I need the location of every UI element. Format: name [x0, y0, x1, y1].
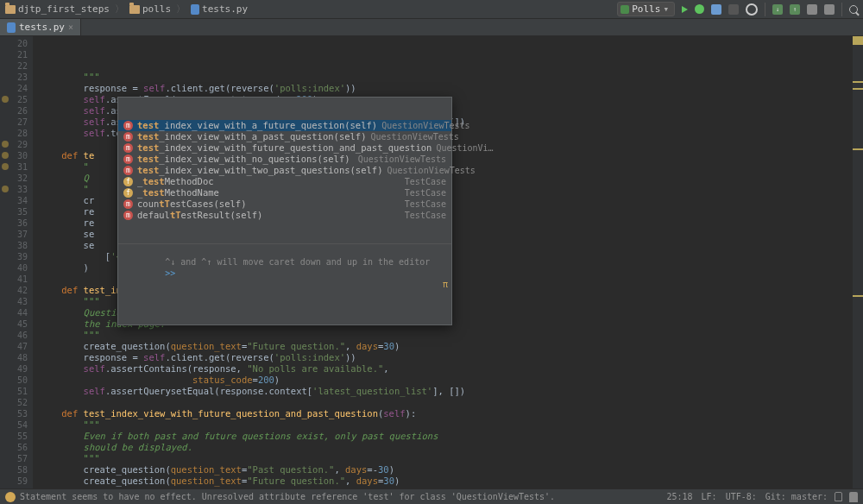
vcs-commit-button[interactable]: ↑: [790, 4, 800, 15]
close-icon[interactable]: ×: [68, 22, 73, 32]
autocomplete-item[interactable]: mtest_index_view_with_no_questions(self)…: [118, 154, 451, 165]
line-number[interactable]: 47: [0, 341, 28, 352]
line-number[interactable]: 55: [0, 431, 28, 442]
hector-icon[interactable]: [849, 492, 858, 502]
vcs-update-button[interactable]: ↓: [772, 4, 783, 15]
git-branch[interactable]: Git: master:: [765, 492, 828, 501]
inspection-indicator[interactable]: [853, 36, 863, 43]
code-line[interactable]: """: [40, 330, 853, 341]
vcs-revert-button[interactable]: [824, 4, 835, 15]
code-line[interactable]: """: [40, 453, 853, 464]
autocomplete-item[interactable]: mtest_index_view_with_a_past_question(se…: [118, 131, 451, 142]
code-line[interactable]: Even if both past and future questions e…: [40, 431, 853, 442]
line-number[interactable]: 37: [0, 229, 28, 240]
line-number[interactable]: 38: [0, 240, 28, 251]
autocomplete-item[interactable]: mtest_index_view_with_two_past_questions…: [118, 165, 451, 176]
line-number[interactable]: 56: [0, 442, 28, 453]
autocomplete-item[interactable]: f_testMethodDocTestCase: [118, 176, 451, 187]
line-number[interactable]: 59: [0, 476, 28, 487]
bulb-icon[interactable]: [5, 492, 16, 502]
line-number[interactable]: 49: [0, 363, 28, 375]
line-number[interactable]: 34: [0, 195, 28, 206]
lock-icon[interactable]: [835, 492, 842, 501]
line-number[interactable]: 32: [0, 173, 28, 184]
gutter[interactable]: 2021222324252627282930313233343536373839…: [0, 36, 33, 488]
code-line[interactable]: create_question(question_text="Future qu…: [40, 476, 853, 487]
line-number[interactable]: 21: [0, 49, 28, 60]
code-line[interactable]: should be displayed.: [40, 442, 853, 453]
compass-icon[interactable]: [746, 3, 758, 16]
line-number[interactable]: 22: [0, 60, 28, 72]
line-number[interactable]: 35: [0, 206, 28, 217]
code-line[interactable]: response = self.client.get(reverse('poll…: [40, 83, 853, 94]
code-line[interactable]: [40, 397, 853, 408]
file-encoding[interactable]: UTF-8:: [726, 492, 757, 501]
line-number[interactable]: 50: [0, 375, 28, 386]
line-number[interactable]: 52: [0, 397, 28, 408]
gutter-mark[interactable]: [2, 141, 9, 148]
line-number[interactable]: 53: [0, 408, 28, 419]
line-number[interactable]: 28: [0, 128, 28, 139]
breadcrumb-folder[interactable]: polls: [129, 3, 171, 15]
line-number[interactable]: 45: [0, 318, 28, 330]
line-number[interactable]: 20: [0, 38, 28, 49]
breadcrumb-root[interactable]: djtp_first_steps: [5, 3, 110, 15]
autocomplete-item[interactable]: f_testMethodNameTestCase: [118, 187, 451, 198]
code-line[interactable]: self.assertQuerysetEqual(response.contex…: [40, 386, 853, 397]
search-button[interactable]: [849, 5, 858, 14]
line-number[interactable]: 36: [0, 217, 28, 229]
autocomplete-item[interactable]: mtest_index_view_with_a_future_question(…: [118, 120, 451, 131]
autocomplete-item[interactable]: mtest_index_view_with_future_question_an…: [118, 142, 451, 154]
line-number[interactable]: 27: [0, 117, 28, 128]
breadcrumb-file[interactable]: tests.py: [191, 3, 248, 15]
line-number[interactable]: 26: [0, 105, 28, 117]
code-line[interactable]: def test_index_view_with_future_question…: [40, 408, 853, 419]
tab-tests-py[interactable]: tests.py ×: [0, 19, 81, 35]
line-number[interactable]: 23: [0, 72, 28, 83]
stop-button[interactable]: [728, 4, 739, 15]
code-area[interactable]: """ response = self.client.get(reverse('…: [33, 36, 853, 488]
coverage-button[interactable]: [711, 4, 721, 15]
autocomplete-item[interactable]: mcountTestCases(self)TestCase: [118, 198, 451, 210]
gutter-mark[interactable]: [2, 186, 9, 192]
line-number[interactable]: 41: [0, 274, 28, 285]
error-stripe[interactable]: [853, 36, 863, 488]
line-number[interactable]: 43: [0, 296, 28, 307]
line-number[interactable]: 46: [0, 330, 28, 341]
hint-link[interactable]: >>: [165, 268, 175, 278]
line-number[interactable]: 24: [0, 83, 28, 94]
debug-button[interactable]: [695, 4, 704, 14]
run-button[interactable]: [682, 6, 688, 13]
caret-position[interactable]: 25:18: [666, 492, 692, 501]
gutter-mark[interactable]: [2, 96, 9, 103]
code-line[interactable]: status_code=200): [40, 375, 853, 386]
error-stripe-mark[interactable]: [853, 295, 863, 297]
code-line[interactable]: """: [40, 72, 853, 83]
error-stripe-mark[interactable]: [853, 88, 863, 90]
line-number[interactable]: 42: [0, 285, 28, 296]
line-number[interactable]: 57: [0, 453, 28, 464]
run-config-selector[interactable]: Polls ▾: [617, 2, 675, 16]
gutter-mark[interactable]: [2, 152, 9, 159]
breadcrumb-separator: 〉: [115, 3, 124, 16]
autocomplete-item[interactable]: mdefaultTestResult(self)TestCase: [118, 210, 451, 221]
line-number[interactable]: 44: [0, 307, 28, 318]
line-separator[interactable]: LF:: [702, 492, 717, 501]
code-line[interactable]: create_question(question_text="Past ques…: [40, 464, 853, 476]
error-stripe-mark[interactable]: [853, 43, 863, 45]
vcs-history-button[interactable]: [807, 4, 817, 15]
code-line[interactable]: response = self.client.get(reverse('poll…: [40, 352, 853, 363]
error-stripe-mark[interactable]: [853, 81, 863, 83]
error-stripe-mark[interactable]: [853, 148, 863, 150]
line-number[interactable]: 40: [0, 262, 28, 274]
line-number[interactable]: 48: [0, 352, 28, 363]
code-line[interactable]: self.assertContains(response, "No polls …: [40, 363, 853, 375]
autocomplete-popup[interactable]: mtest_index_view_with_a_future_question(…: [117, 97, 452, 325]
gutter-mark[interactable]: [2, 163, 9, 170]
line-number[interactable]: 54: [0, 419, 28, 431]
line-number[interactable]: 58: [0, 464, 28, 476]
code-line[interactable]: """: [40, 419, 853, 431]
code-line[interactable]: create_question(question_text="Future qu…: [40, 341, 853, 352]
line-number[interactable]: 51: [0, 386, 28, 397]
line-number[interactable]: 39: [0, 251, 28, 262]
